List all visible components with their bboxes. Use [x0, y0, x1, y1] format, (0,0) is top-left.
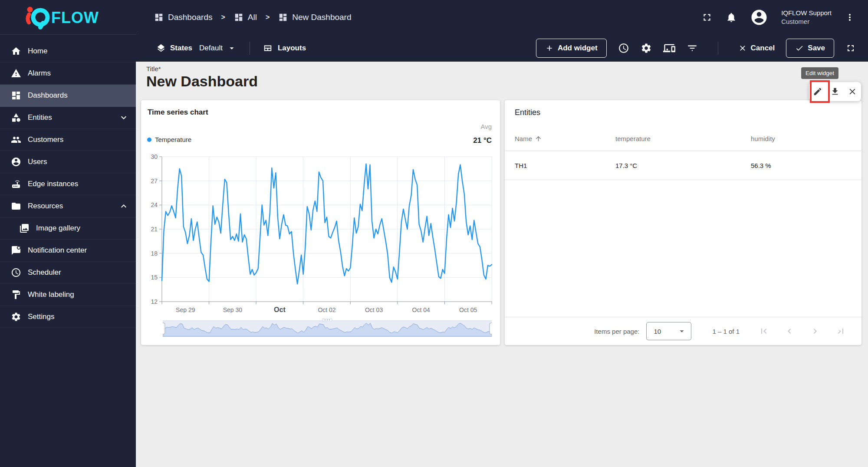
filters-icon[interactable] [687, 43, 698, 54]
breadcrumb: Dashboards>All>New Dashboard [154, 13, 352, 22]
column-header-temperature[interactable]: temperature [615, 135, 751, 142]
svg-text:21: 21 [151, 226, 158, 233]
chart-legend[interactable]: Temperature [147, 136, 191, 143]
sidebar-item-customers[interactable]: Customers [0, 129, 136, 151]
time-window-icon[interactable] [618, 43, 629, 54]
dashboard-grid-icon [154, 13, 164, 22]
breadcrumb-item-new-dashboard[interactable]: New Dashboard [278, 13, 351, 22]
page-title[interactable]: New Dashboard [146, 73, 258, 90]
sidebar-item-resources[interactable]: Resources [0, 195, 136, 217]
account-icon [11, 157, 21, 167]
previous-page-icon[interactable] [784, 326, 795, 336]
sidebar-item-label: Dashboards [28, 91, 68, 100]
svg-text:Sep 29: Sep 29 [176, 306, 195, 313]
chevron-down-icon[interactable] [118, 112, 129, 123]
toolbar-right: Add widget Cancel Save [536, 39, 868, 58]
sidebar-item-edge-instances[interactable]: Edge instances [0, 173, 136, 195]
table-divider [505, 180, 861, 180]
table-cell: 56.3 % [751, 162, 861, 169]
breadcrumb-item-dashboards[interactable]: Dashboards [154, 13, 212, 22]
sidebar-item-white-labeling[interactable]: White labeling [0, 284, 136, 306]
chart-navigator[interactable] [163, 318, 492, 338]
export-widget-button[interactable] [826, 82, 844, 101]
column-label: temperature [615, 135, 651, 142]
category-icon [11, 112, 21, 123]
svg-text:18: 18 [151, 250, 158, 257]
download-icon [830, 87, 840, 96]
dashboard-settings-gear-icon[interactable] [641, 43, 652, 54]
timeseries-svg: 12151821242730Sep 29Sep 30OctOct 02Oct 0… [147, 151, 494, 313]
states-select[interactable]: Default [199, 44, 223, 53]
cancel-label: Cancel [751, 44, 775, 53]
sidebar-item-label: Customers [28, 135, 63, 144]
sidebar-item-dashboards[interactable]: Dashboards [0, 85, 136, 107]
image-icon [19, 223, 30, 234]
svg-text:Oct 03: Oct 03 [365, 306, 383, 313]
breadcrumb-item-all[interactable]: All [234, 13, 257, 22]
states-caret-icon[interactable] [227, 43, 237, 53]
sidebar-item-scheduler[interactable]: Scheduler [0, 262, 136, 284]
column-label: humidity [751, 135, 775, 142]
timeseries-chart-plot[interactable]: 12151821242730Sep 29Sep 30OctOct 02Oct 0… [147, 151, 494, 313]
toolbar-fullscreen-icon[interactable] [845, 43, 856, 53]
items-per-page-select[interactable]: 10 [646, 322, 691, 340]
paint-icon [11, 289, 21, 300]
iqflow-logo-icon: FLOW [23, 5, 118, 30]
avatar[interactable] [750, 8, 768, 26]
sidebar-item-settings[interactable]: Settings [0, 306, 136, 328]
cancel-button[interactable]: Cancel [738, 44, 775, 53]
next-page-icon[interactable] [810, 326, 820, 336]
add-widget-label: Add widget [558, 44, 598, 53]
user-role: Customer [781, 17, 832, 26]
remove-widget-button[interactable] [844, 82, 861, 101]
sidebar-item-notification-center[interactable]: Notification center [0, 240, 136, 262]
sidebar-item-alarms[interactable]: Alarms [0, 62, 136, 85]
svg-text:Oct 04: Oct 04 [412, 306, 430, 313]
first-page-icon[interactable] [759, 326, 769, 336]
add-widget-button[interactable]: Add widget [536, 39, 607, 58]
svg-text:Oct: Oct [274, 306, 286, 313]
column-header-humidity[interactable]: humidity [751, 135, 861, 142]
breadcrumb-label: New Dashboard [292, 13, 351, 22]
svg-text:FLOW: FLOW [51, 9, 99, 26]
last-page-icon[interactable] [835, 326, 846, 336]
sidebar-item-image-gallery[interactable]: Image gallery [0, 217, 136, 240]
edit-widget-tooltip: Edit widget [801, 67, 838, 79]
chevron-up-icon[interactable] [118, 201, 129, 211]
sidebar-item-label: Image gallery [36, 224, 80, 233]
breadcrumb-label: All [248, 13, 257, 22]
entities-widget: Entities Nametemperaturehumidity TH117.3… [505, 100, 861, 345]
sidebar-item-label: Users [28, 158, 47, 166]
legend-series-label: Temperature [155, 136, 191, 143]
fullscreen-icon[interactable] [701, 12, 713, 23]
sidebar-item-entities[interactable]: Entities [0, 107, 136, 129]
entities-pagination: Items per page: 10 1 – 1 of 1 [505, 317, 861, 345]
notification-icon [11, 245, 21, 256]
check-icon [795, 44, 804, 53]
sidebar-item-users[interactable]: Users [0, 151, 136, 173]
main-content: Title* New Dashboard Time series chart T… [136, 62, 868, 467]
sidebar-item-home[interactable]: Home [0, 40, 136, 62]
notifications-bell-icon[interactable] [726, 12, 737, 23]
logo[interactable]: FLOW [0, 0, 136, 34]
pencil-icon [813, 87, 822, 96]
sidebar-item-label: White labeling [28, 290, 74, 299]
save-button[interactable]: Save [786, 39, 834, 58]
entities-table-body: TH117.3 °C56.3 % [505, 151, 861, 180]
toolbar-left: States Default Layouts [156, 42, 306, 55]
router-icon [11, 179, 21, 189]
more-menu-icon[interactable] [845, 12, 855, 23]
table-row[interactable]: TH117.3 °C56.3 % [505, 151, 861, 180]
sort-ascending-icon [535, 135, 542, 142]
warning-icon [11, 68, 21, 79]
timeseries-widget: Time series chart Temperature Avg 21 °C … [141, 100, 500, 345]
layouts-button[interactable]: Layouts [278, 44, 306, 53]
edit-widget-button[interactable] [809, 82, 826, 101]
column-header-name[interactable]: Name [515, 135, 615, 142]
dashboard-toolbar: States Default Layouts Add widget Cancel… [136, 34, 868, 62]
entity-aliases-icon[interactable] [663, 42, 675, 54]
svg-text:27: 27 [151, 178, 158, 184]
layers-icon [156, 43, 166, 53]
schedule-icon [11, 267, 21, 278]
close-widget-icon [848, 87, 857, 96]
